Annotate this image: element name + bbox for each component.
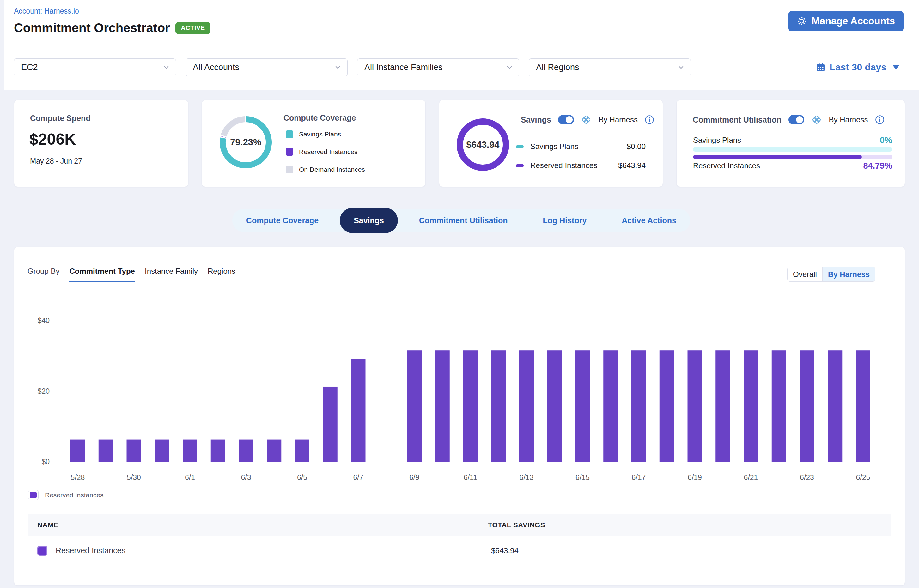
savings-center-value: $643.94 [457,118,509,171]
group-by-label: Group By [28,267,59,276]
svg-text:5/28: 5/28 [71,473,85,481]
savings-card: $643.94 Savings By Harness [439,100,663,187]
legend-checkbox-fill [30,492,37,498]
table-header: NAME TOTAL SAVINGS [28,514,891,536]
legend-checkbox-reserved-instances[interactable] [28,490,39,500]
regions-select-value: All Regions [536,63,579,72]
chevron-down-icon [334,63,342,71]
service-select-value: EC2 [21,63,38,72]
status-badge: ACTIVE [175,22,210,34]
info-icon[interactable] [645,115,654,124]
summary-cards: Compute Spend $206K May 28 - Jun 27 79.2… [14,100,905,187]
svg-text:6/1: 6/1 [185,473,195,481]
tab-log-history[interactable]: Log History [529,209,600,232]
by-harness-label: By Harness [829,115,868,124]
compute-spend-card: Compute Spend $206K May 28 - Jun 27 [14,100,188,187]
filter-bar: EC2 All Accounts All Instance Families A… [5,44,919,90]
savings-row-savings-plans: Savings Plans $0.00 [516,143,646,150]
utilisation-by-harness-toggle[interactable] [788,115,804,124]
legend-item: On Demand Instances [286,166,365,173]
chart-legend-label: Reserved Instances [45,491,104,499]
chevron-down-icon [677,63,685,71]
utilisation-row-pct: 84.79% [863,161,892,171]
legend-label: On Demand Instances [299,166,365,173]
compute-coverage-legend: Savings Plans Reserved Instances On Dema… [286,131,365,184]
row-name: Reserved Instances [56,546,125,555]
legend-label: Reserved Instances [299,148,358,156]
svg-text:6/23: 6/23 [800,473,814,481]
title-row: Commitment Orchestrator ACTIVE [14,21,211,35]
group-by-commitment-type[interactable]: Commitment Type [69,267,135,282]
tab-savings[interactable]: Savings [340,208,398,233]
compute-spend-title: Compute Spend [30,114,91,123]
tab-compute-coverage[interactable]: Compute Coverage [232,209,332,232]
account-breadcrumb-link[interactable]: Account: Harness.io [14,7,79,16]
svg-text:6/9: 6/9 [409,473,419,481]
legend-item: Savings Plans [286,131,365,138]
by-harness-label: By Harness [598,115,638,124]
chevron-down-icon [506,63,513,71]
svg-text:6/15: 6/15 [575,473,590,481]
compute-coverage-title: Compute Coverage [284,113,356,123]
svg-text:6/25: 6/25 [856,473,870,481]
segment-by-harness[interactable]: By Harness [822,267,875,281]
svg-text:6/3: 6/3 [241,473,251,481]
instance-families-select[interactable]: All Instance Families [357,58,519,76]
commitment-utilisation-card: Commitment Utilisation By Harness [676,100,905,187]
chevron-down-icon [162,63,170,71]
savings-table: NAME TOTAL SAVINGS Reserved Instances $6… [28,514,891,566]
savings-breakdown: Savings Plans $0.00 Reserved Instances $… [516,143,646,181]
column-header-total-savings: TOTAL SAVINGS [488,521,891,529]
savings-row-value: $643.94 [618,161,646,170]
manage-accounts-label: Manage Accounts [812,16,895,27]
group-by-row: Group By Commitment Type Instance Family… [28,247,891,282]
utilisation-row-label: Reserved Instances [693,162,760,170]
legend-swatch-on-demand [286,166,293,173]
legend-swatch-reserved-instances [286,148,293,156]
gear-icon [797,16,807,26]
harness-logo-icon [581,114,592,125]
tab-commitment-utilisation[interactable]: Commitment Utilisation [405,209,522,232]
svg-text:6/7: 6/7 [353,473,363,481]
savings-bar-chart: $0$20$405/285/306/16/36/56/76/96/116/136… [28,297,891,487]
regions-select[interactable]: All Regions [529,58,691,76]
content: Compute Spend $206K May 28 - Jun 27 79.2… [0,100,919,586]
section-tabs: Compute Coverage Savings Commitment Util… [232,209,690,232]
utilisation-row-pct: 0% [880,136,892,145]
savings-by-harness-toggle[interactable] [558,115,574,124]
svg-text:6/5: 6/5 [297,473,307,481]
savings-row-label: Savings Plans [530,142,578,151]
svg-text:6/17: 6/17 [632,473,646,481]
svg-text:$20: $20 [37,387,50,395]
group-by-tabs: Group By Commitment Type Instance Family… [28,267,235,282]
savings-plans-progress-bar [693,147,892,152]
service-select[interactable]: EC2 [14,58,176,76]
compute-coverage-donut: 79.23% [220,116,272,168]
chart-legend: Reserved Instances [28,490,104,500]
group-by-regions[interactable]: Regions [207,267,235,281]
table-row[interactable]: Reserved Instances $643.94 [28,536,891,566]
legend-item: Reserved Instances [286,148,365,156]
row-swatch-reserved-instances [37,546,47,556]
utilisation-row-label: Savings Plans [693,136,741,145]
group-by-instance-family[interactable]: Instance Family [145,267,198,281]
date-range-picker[interactable]: Last 30 days [816,62,899,73]
legend-label: Savings Plans [299,131,341,138]
tab-active-actions[interactable]: Active Actions [608,209,690,232]
svg-text:6/21: 6/21 [744,473,758,481]
pill-swatch-purple [516,164,524,167]
legend-swatch-savings-plans [286,131,293,138]
accounts-select[interactable]: All Accounts [185,58,348,76]
manage-accounts-button[interactable]: Manage Accounts [788,11,903,31]
savings-panel: Group By Commitment Type Instance Family… [14,247,905,586]
savings-donut: $643.94 [457,118,509,171]
savings-title: Savings [521,115,551,124]
info-icon[interactable] [875,115,885,124]
compute-spend-period: May 28 - Jun 27 [30,157,82,165]
harness-logo-icon [811,114,822,125]
segment-overall[interactable]: Overall [788,267,822,281]
reserved-instances-progress-bar [693,155,892,159]
savings-card-header: Savings By Harness [521,112,654,127]
svg-text:$40: $40 [37,317,50,325]
column-header-name: NAME [28,521,488,529]
